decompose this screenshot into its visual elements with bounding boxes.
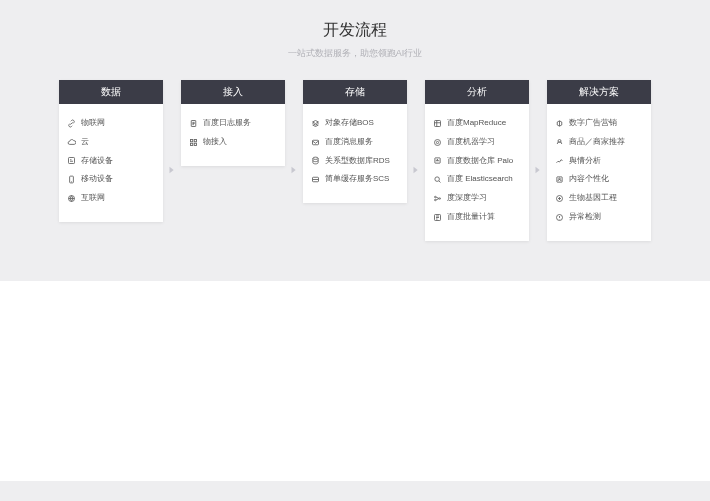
list-item[interactable]: 关系型数据库RDS [311, 152, 399, 171]
pers-icon [555, 175, 564, 184]
list-item[interactable]: 内容个性化 [555, 170, 643, 189]
svg-rect-6 [191, 143, 193, 145]
main-section: 开发流程 一站式数据服务，助您领跑AI行业 数据物联网云存储设备移动设备互联网接… [0, 0, 710, 281]
list-item-label: 存储设备 [81, 155, 113, 168]
list-item-label: 百度批量计算 [447, 211, 495, 224]
svg-rect-4 [191, 139, 193, 141]
list-item-label: 百度数据仓库 Palo [447, 155, 513, 168]
list-item[interactable]: 云 [67, 133, 155, 152]
list-item[interactable]: 百度批量计算 [433, 208, 521, 227]
card-header: 数据 [59, 80, 163, 104]
flow-arrow-icon [285, 165, 303, 175]
es-icon [433, 175, 442, 184]
bio-icon [555, 194, 564, 203]
svg-point-17 [435, 199, 437, 201]
card-body: 数字广告营销商品／商家推荐舆情分析内容个性化生物基因工程异常检测 [547, 104, 651, 241]
list-item[interactable]: 百度 Elasticsearch [433, 170, 521, 189]
list-item[interactable]: 生物基因工程 [555, 189, 643, 208]
rec-icon [555, 138, 564, 147]
list-item[interactable]: 商品／商家推荐 [555, 133, 643, 152]
list-item-label: 关系型数据库RDS [325, 155, 390, 168]
mobile-icon [67, 175, 76, 184]
flow-card: 数据物联网云存储设备移动设备互联网 [59, 80, 163, 222]
cloud-icon [67, 138, 76, 147]
globe-icon [67, 194, 76, 203]
list-item[interactable]: 舆情分析 [555, 152, 643, 171]
dw-icon [433, 156, 442, 165]
list-item-label: 云 [81, 136, 89, 149]
list-item-label: 百度日志服务 [203, 117, 251, 130]
list-item-label: 简单缓存服务SCS [325, 173, 389, 186]
card-header: 接入 [181, 80, 285, 104]
msg-icon [311, 138, 320, 147]
list-item-label: 百度机器学习 [447, 136, 495, 149]
list-item[interactable]: 数字广告营销 [555, 114, 643, 133]
anom-icon [555, 213, 564, 222]
card-header: 解决方案 [547, 80, 651, 104]
list-item[interactable]: 百度消息服务 [311, 133, 399, 152]
sent-icon [555, 156, 564, 165]
list-item[interactable]: 百度日志服务 [189, 114, 277, 133]
list-item[interactable]: 百度机器学习 [433, 133, 521, 152]
card-body: 对象存储BOS百度消息服务关系型数据库RDS简单缓存服务SCS [303, 104, 407, 203]
card-header: 存储 [303, 80, 407, 104]
svg-rect-8 [313, 140, 319, 145]
svg-point-12 [435, 139, 441, 145]
list-item-label: 数字广告营销 [569, 117, 617, 130]
list-item-label: 百度 Elasticsearch [447, 173, 513, 186]
stack-icon [311, 119, 320, 128]
svg-rect-11 [435, 120, 441, 126]
batch-icon [433, 213, 442, 222]
list-item[interactable]: 简单缓存服务SCS [311, 170, 399, 189]
list-item-label: 商品／商家推荐 [569, 136, 625, 149]
list-item-label: 物接入 [203, 136, 227, 149]
cache-icon [311, 175, 320, 184]
list-item[interactable]: 物联网 [67, 114, 155, 133]
list-item[interactable]: 物接入 [189, 133, 277, 152]
flow-card: 分析百度MapReduce百度机器学习百度数据仓库 Palo百度 Elastic… [425, 80, 529, 241]
list-item-label: 度深度学习 [447, 192, 487, 205]
flow-arrow-icon [407, 165, 425, 175]
svg-point-15 [435, 177, 440, 182]
flow-arrow-icon [163, 165, 181, 175]
list-item[interactable]: 对象存储BOS [311, 114, 399, 133]
list-item-label: 生物基因工程 [569, 192, 617, 205]
card-header: 分析 [425, 80, 529, 104]
svg-rect-7 [194, 143, 196, 145]
list-item[interactable]: 百度MapReduce [433, 114, 521, 133]
list-item[interactable]: 存储设备 [67, 152, 155, 171]
svg-rect-5 [194, 139, 196, 141]
ml-icon [433, 138, 442, 147]
flow-arrow-icon [529, 165, 547, 175]
dl-icon [433, 194, 442, 203]
list-item[interactable]: 百度数据仓库 Palo [433, 152, 521, 171]
card-body: 百度日志服务物接入 [181, 104, 285, 166]
doc-icon [189, 119, 198, 128]
list-item[interactable]: 移动设备 [67, 170, 155, 189]
svg-point-18 [439, 198, 441, 200]
list-item-label: 互联网 [81, 192, 105, 205]
list-item-label: 内容个性化 [569, 173, 609, 186]
list-item[interactable]: 异常检测 [555, 208, 643, 227]
svg-point-9 [313, 158, 318, 160]
page-title: 开发流程 [0, 20, 710, 41]
flow-container: 数据物联网云存储设备移动设备互联网接入百度日志服务物接入存储对象存储BOS百度消… [0, 80, 710, 241]
db-icon [311, 156, 320, 165]
list-item[interactable]: 度深度学习 [433, 189, 521, 208]
flow-card: 接入百度日志服务物接入 [181, 80, 285, 166]
list-item-label: 对象存储BOS [325, 117, 374, 130]
page-subtitle: 一站式数据服务，助您领跑AI行业 [0, 47, 710, 60]
list-item-label: 物联网 [81, 117, 105, 130]
map-icon [433, 119, 442, 128]
grid-icon [189, 138, 198, 147]
card-body: 物联网云存储设备移动设备互联网 [59, 104, 163, 222]
list-item-label: 移动设备 [81, 173, 113, 186]
svg-rect-0 [69, 158, 75, 164]
storage-icon [67, 156, 76, 165]
list-item[interactable]: 互联网 [67, 189, 155, 208]
flow-card: 解决方案数字广告营销商品／商家推荐舆情分析内容个性化生物基因工程异常检测 [547, 80, 651, 241]
bottom-section [0, 281, 710, 481]
list-item-label: 百度消息服务 [325, 136, 373, 149]
list-item-label: 舆情分析 [569, 155, 601, 168]
link-icon [67, 119, 76, 128]
